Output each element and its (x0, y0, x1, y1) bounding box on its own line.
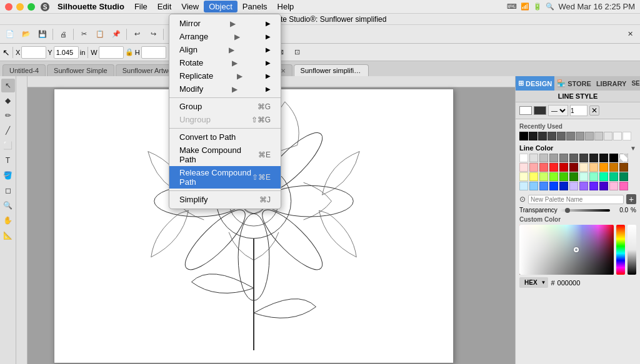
line-color-swatch[interactable] (549, 172, 558, 181)
line-color-swatch[interactable] (519, 172, 528, 181)
minimize-button[interactable] (16, 3, 24, 11)
text-tool[interactable]: T (1, 154, 15, 167)
line-color-swatch[interactable] (579, 172, 588, 181)
recently-used-swatch[interactable] (566, 132, 575, 140)
hex-dropdown-arrow[interactable]: ▼ (541, 280, 546, 285)
brightness-slider[interactable] (628, 225, 636, 275)
menubar-edit[interactable]: Edit (152, 1, 176, 12)
line-color-swatch[interactable] (529, 172, 538, 181)
line-color-swatch[interactable] (549, 154, 558, 162)
panel-tab-design[interactable]: ⊞ DESIGN (516, 76, 554, 91)
recently-used-swatch[interactable] (613, 132, 622, 140)
draw-tool[interactable]: ✏ (1, 109, 15, 122)
recently-used-swatch[interactable] (622, 132, 631, 140)
recently-used-swatch[interactable] (538, 132, 547, 140)
measure-tool[interactable]: 📐 (1, 229, 15, 242)
tab-untitled4[interactable]: Untitled-4 (2, 64, 46, 76)
line-color-swatch[interactable] (609, 163, 618, 172)
tab-close-simplified[interactable]: ✕ (366, 67, 369, 74)
shape-tool[interactable]: ⬜ (1, 139, 15, 152)
y-input[interactable] (54, 46, 79, 59)
line-color-swatch[interactable] (579, 182, 588, 190)
hex-input[interactable] (558, 279, 595, 287)
line-color-swatch[interactable] (529, 163, 538, 172)
menu-modify[interactable]: Modify ▶ (169, 82, 281, 96)
color-picker-gradient[interactable] (519, 225, 614, 275)
recently-used-swatch[interactable] (548, 132, 556, 140)
line-color-swatch[interactable] (579, 163, 588, 172)
line-color-swatch[interactable] (569, 182, 578, 190)
line-color-swatch[interactable] (589, 172, 598, 181)
line-color-swatch[interactable] (589, 154, 598, 162)
menubar-panels[interactable]: Panels (238, 1, 272, 12)
transparency-slider[interactable] (560, 209, 610, 212)
line-tool[interactable]: ╱ (1, 124, 15, 137)
line-color-swatch[interactable] (549, 163, 558, 172)
line-color-swatch[interactable] (559, 154, 568, 162)
line-color-swatch[interactable] (619, 163, 628, 172)
menu-replicate[interactable]: Replicate ▶ (169, 69, 281, 82)
line-color-swatch[interactable] (599, 163, 608, 172)
menu-simplify[interactable]: Simplify ⌘J (169, 193, 281, 206)
save-button[interactable]: 💾 (35, 27, 50, 42)
open-button[interactable]: 📂 (19, 27, 34, 42)
line-color-swatch[interactable] (559, 163, 568, 172)
distribute-v-button[interactable]: ⊡ (290, 45, 305, 60)
recently-used-swatch[interactable] (604, 132, 612, 140)
undo-button[interactable]: ↩ (129, 27, 144, 42)
line-color-swatch[interactable] (609, 154, 618, 162)
line-color-swatch[interactable] (539, 163, 548, 172)
zoom-tool[interactable]: 🔍 (1, 199, 15, 212)
x-input[interactable] (21, 46, 46, 59)
recently-used-swatch[interactable] (594, 132, 603, 140)
menu-group[interactable]: Group ⌘G (169, 100, 281, 113)
recently-used-swatch[interactable] (585, 132, 594, 140)
line-color-swatch[interactable] (599, 154, 608, 162)
panel-tab-store[interactable]: 🏪 STORE (554, 76, 594, 91)
line-color-swatch[interactable] (519, 106, 532, 115)
menubar-help[interactable]: Help (272, 1, 299, 12)
menu-make-compound-path[interactable]: Make Compound Path ⌘E (169, 144, 281, 166)
copy-button[interactable]: 📋 (92, 27, 108, 42)
tab-sunflower-simplified[interactable]: Sunflower simplified ✕ (294, 64, 369, 76)
line-color-swatch[interactable] (519, 182, 528, 190)
line-color-swatch[interactable] (539, 172, 548, 181)
lock-icon[interactable]: 🔒 (125, 48, 134, 56)
line-style-select[interactable]: —- -... (548, 105, 568, 116)
recently-used-swatch[interactable] (576, 132, 584, 140)
line-color-swatch[interactable] (559, 182, 568, 190)
line-color-swatch[interactable] (579, 154, 588, 162)
panel-tab-library[interactable]: LIBRARY (594, 76, 629, 91)
select-tool[interactable]: ↖ (1, 79, 15, 92)
line-color-swatch[interactable] (559, 172, 568, 181)
line-color-swatch[interactable] (549, 182, 558, 190)
node-tool[interactable]: ◆ (1, 94, 15, 107)
menubar-file[interactable]: File (129, 1, 152, 12)
line-color-swatch[interactable] (529, 182, 538, 190)
line-color-swatch[interactable] (609, 172, 618, 181)
menu-rotate[interactable]: Rotate ▶ (169, 56, 281, 69)
line-color-swatch[interactable] (569, 172, 578, 181)
line-color-swatch[interactable] (619, 172, 628, 181)
menu-ungroup[interactable]: Ungroup ⇧⌘G (169, 113, 281, 126)
menu-convert-to-path[interactable]: Convert to Path (169, 130, 281, 144)
redo-button[interactable]: ↪ (146, 27, 161, 42)
fill-tool[interactable]: 🪣 (1, 169, 15, 182)
line-color-swatch[interactable] (569, 163, 578, 172)
line-color-swatch[interactable] (619, 154, 628, 162)
line-color-dropdown-arrow[interactable]: ▼ (630, 145, 636, 152)
h-input[interactable] (141, 46, 166, 59)
cut-button[interactable]: ✂ (76, 27, 91, 42)
line-color-swatch[interactable] (569, 154, 578, 162)
maximize-button[interactable] (28, 3, 35, 11)
palette-circle-icon[interactable]: ⊙ (519, 195, 526, 204)
recently-used-swatch[interactable] (529, 132, 538, 140)
menubar-object[interactable]: Object (204, 1, 238, 12)
paste-button[interactable]: 📌 (109, 27, 124, 42)
add-palette-button[interactable]: + (626, 194, 636, 204)
menu-arrange[interactable]: Arrange ▶ (169, 30, 281, 43)
print-button[interactable]: 🖨 (56, 27, 71, 42)
menubar-silhouette[interactable]: Silhouette Studio (52, 1, 129, 12)
line-color-swatch[interactable] (589, 163, 598, 172)
close-button[interactable] (5, 3, 12, 11)
